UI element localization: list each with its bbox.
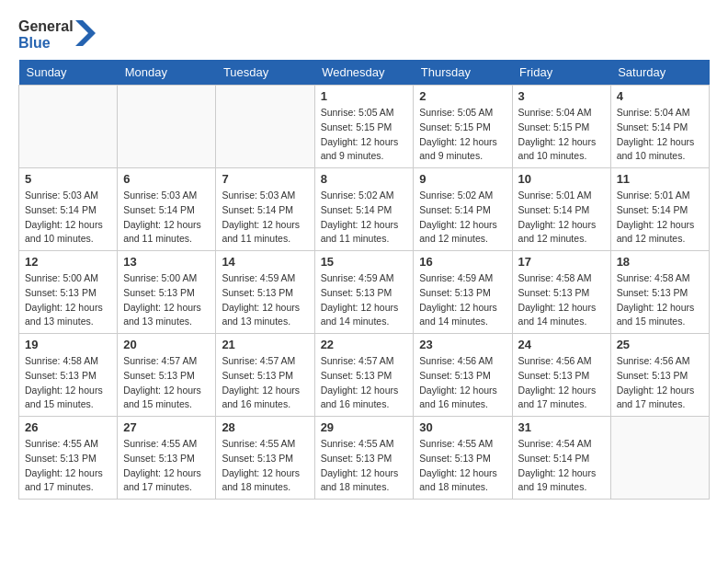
day-number: 21 [222, 338, 308, 351]
day-info: Sunrise: 4:55 AMSunset: 5:13 PMDaylight:… [419, 437, 506, 495]
day-info: Sunrise: 4:59 AMSunset: 5:13 PMDaylight:… [222, 271, 308, 329]
day-info: Sunrise: 4:56 AMSunset: 5:13 PMDaylight:… [617, 354, 703, 412]
day-info: Sunrise: 5:01 AMSunset: 5:14 PMDaylight:… [617, 189, 703, 247]
calendar-cell: 24Sunrise: 4:56 AMSunset: 5:13 PMDayligh… [512, 334, 610, 417]
weekday-header-thursday: Thursday [414, 60, 512, 86]
calendar-cell: 10Sunrise: 5:01 AMSunset: 5:14 PMDayligh… [512, 168, 610, 251]
calendar-table: SundayMondayTuesdayWednesdayThursdayFrid… [18, 60, 710, 500]
day-info: Sunrise: 5:03 AMSunset: 5:14 PMDaylight:… [25, 189, 111, 247]
day-info: Sunrise: 4:59 AMSunset: 5:13 PMDaylight:… [321, 271, 408, 329]
calendar-cell: 27Sunrise: 4:55 AMSunset: 5:13 PMDayligh… [118, 417, 216, 500]
day-info: Sunrise: 4:56 AMSunset: 5:13 PMDaylight:… [419, 354, 506, 412]
day-info: Sunrise: 4:58 AMSunset: 5:13 PMDaylight:… [518, 271, 605, 329]
calendar-cell: 12Sunrise: 5:00 AMSunset: 5:13 PMDayligh… [19, 251, 118, 334]
logo-text: General Blue [18, 18, 74, 51]
day-info: Sunrise: 4:57 AMSunset: 5:13 PMDaylight:… [123, 354, 210, 412]
calendar-cell: 8Sunrise: 5:02 AMSunset: 5:14 PMDaylight… [314, 168, 414, 251]
day-number: 11 [617, 172, 703, 186]
day-number: 23 [419, 338, 506, 351]
calendar-cell: 9Sunrise: 5:02 AMSunset: 5:14 PMDaylight… [414, 168, 512, 251]
calendar-cell [610, 417, 709, 500]
calendar-week-row: 19Sunrise: 4:58 AMSunset: 5:13 PMDayligh… [19, 334, 710, 417]
day-info: Sunrise: 5:00 AMSunset: 5:13 PMDaylight:… [25, 271, 111, 329]
weekday-header-tuesday: Tuesday [216, 60, 314, 86]
day-number: 27 [123, 420, 210, 434]
day-number: 30 [419, 420, 506, 434]
calendar-week-row: 5Sunrise: 5:03 AMSunset: 5:14 PMDaylight… [19, 168, 710, 251]
weekday-header-row: SundayMondayTuesdayWednesdayThursdayFrid… [19, 60, 710, 86]
calendar-cell: 16Sunrise: 4:59 AMSunset: 5:13 PMDayligh… [414, 251, 512, 334]
calendar-cell: 23Sunrise: 4:56 AMSunset: 5:13 PMDayligh… [414, 334, 512, 417]
day-number: 9 [419, 172, 506, 186]
calendar-cell: 25Sunrise: 4:56 AMSunset: 5:13 PMDayligh… [610, 334, 709, 417]
day-number: 3 [518, 89, 605, 103]
calendar-week-row: 12Sunrise: 5:00 AMSunset: 5:13 PMDayligh… [19, 251, 710, 334]
calendar-cell: 30Sunrise: 4:55 AMSunset: 5:13 PMDayligh… [414, 417, 512, 500]
day-number: 15 [321, 255, 408, 269]
day-info: Sunrise: 4:55 AMSunset: 5:13 PMDaylight:… [222, 437, 308, 495]
day-number: 12 [25, 255, 111, 269]
page-header: General Blue [18, 18, 710, 51]
calendar-cell [118, 86, 216, 168]
calendar-cell: 7Sunrise: 5:03 AMSunset: 5:14 PMDaylight… [216, 168, 314, 251]
calendar-cell: 4Sunrise: 5:04 AMSunset: 5:14 PMDaylight… [610, 86, 709, 168]
calendar-cell: 5Sunrise: 5:03 AMSunset: 5:14 PMDaylight… [19, 168, 118, 251]
day-info: Sunrise: 5:03 AMSunset: 5:14 PMDaylight:… [222, 189, 308, 247]
day-number: 22 [321, 338, 408, 351]
day-number: 20 [123, 338, 210, 351]
day-info: Sunrise: 5:02 AMSunset: 5:14 PMDaylight:… [419, 189, 506, 247]
day-number: 1 [321, 89, 408, 103]
calendar-week-row: 26Sunrise: 4:55 AMSunset: 5:13 PMDayligh… [19, 417, 710, 500]
calendar-cell: 14Sunrise: 4:59 AMSunset: 5:13 PMDayligh… [216, 251, 314, 334]
calendar-cell: 20Sunrise: 4:57 AMSunset: 5:13 PMDayligh… [118, 334, 216, 417]
day-info: Sunrise: 4:57 AMSunset: 5:13 PMDaylight:… [222, 354, 308, 412]
calendar-cell: 3Sunrise: 5:04 AMSunset: 5:15 PMDaylight… [512, 86, 610, 168]
calendar-cell: 22Sunrise: 4:57 AMSunset: 5:13 PMDayligh… [314, 334, 414, 417]
day-info: Sunrise: 4:55 AMSunset: 5:13 PMDaylight:… [123, 437, 210, 495]
day-info: Sunrise: 5:02 AMSunset: 5:14 PMDaylight:… [321, 189, 408, 247]
day-info: Sunrise: 5:01 AMSunset: 5:14 PMDaylight:… [518, 189, 605, 247]
day-info: Sunrise: 4:54 AMSunset: 5:14 PMDaylight:… [518, 437, 605, 495]
day-number: 18 [617, 255, 703, 269]
day-number: 24 [518, 338, 605, 351]
weekday-header-wednesday: Wednesday [314, 60, 414, 86]
calendar-cell: 6Sunrise: 5:03 AMSunset: 5:14 PMDaylight… [118, 168, 216, 251]
calendar-cell: 1Sunrise: 5:05 AMSunset: 5:15 PMDaylight… [314, 86, 414, 168]
day-number: 16 [419, 255, 506, 269]
logo-general: General [18, 18, 74, 35]
day-number: 29 [321, 420, 408, 434]
day-info: Sunrise: 4:55 AMSunset: 5:13 PMDaylight:… [25, 437, 111, 495]
logo-blue: Blue [18, 35, 74, 52]
day-number: 2 [419, 89, 506, 103]
day-number: 26 [25, 420, 111, 434]
day-number: 14 [222, 255, 308, 269]
day-info: Sunrise: 4:58 AMSunset: 5:13 PMDaylight:… [617, 271, 703, 329]
day-info: Sunrise: 5:04 AMSunset: 5:15 PMDaylight:… [518, 106, 605, 164]
day-info: Sunrise: 5:00 AMSunset: 5:13 PMDaylight:… [123, 271, 210, 329]
calendar-cell: 17Sunrise: 4:58 AMSunset: 5:13 PMDayligh… [512, 251, 610, 334]
day-info: Sunrise: 4:55 AMSunset: 5:13 PMDaylight:… [321, 437, 408, 495]
day-number: 7 [222, 172, 308, 186]
calendar-cell: 19Sunrise: 4:58 AMSunset: 5:13 PMDayligh… [19, 334, 118, 417]
logo: General Blue [18, 18, 96, 51]
day-info: Sunrise: 4:59 AMSunset: 5:13 PMDaylight:… [419, 271, 506, 329]
day-info: Sunrise: 5:05 AMSunset: 5:15 PMDaylight:… [419, 106, 506, 164]
day-info: Sunrise: 5:04 AMSunset: 5:14 PMDaylight:… [617, 106, 703, 164]
day-number: 6 [123, 172, 210, 186]
day-number: 5 [25, 172, 111, 186]
svg-marker-0 [75, 20, 96, 46]
calendar-cell [19, 86, 118, 168]
calendar-week-row: 1Sunrise: 5:05 AMSunset: 5:15 PMDaylight… [19, 86, 710, 168]
calendar-cell: 18Sunrise: 4:58 AMSunset: 5:13 PMDayligh… [610, 251, 709, 334]
calendar-cell [216, 86, 314, 168]
day-info: Sunrise: 5:03 AMSunset: 5:14 PMDaylight:… [123, 189, 210, 247]
calendar-cell: 28Sunrise: 4:55 AMSunset: 5:13 PMDayligh… [216, 417, 314, 500]
day-number: 19 [25, 338, 111, 351]
weekday-header-sunday: Sunday [19, 60, 118, 86]
day-info: Sunrise: 4:58 AMSunset: 5:13 PMDaylight:… [25, 354, 111, 412]
calendar-cell: 26Sunrise: 4:55 AMSunset: 5:13 PMDayligh… [19, 417, 118, 500]
day-number: 13 [123, 255, 210, 269]
calendar-cell: 15Sunrise: 4:59 AMSunset: 5:13 PMDayligh… [314, 251, 414, 334]
weekday-header-saturday: Saturday [610, 60, 709, 86]
calendar-cell: 21Sunrise: 4:57 AMSunset: 5:13 PMDayligh… [216, 334, 314, 417]
